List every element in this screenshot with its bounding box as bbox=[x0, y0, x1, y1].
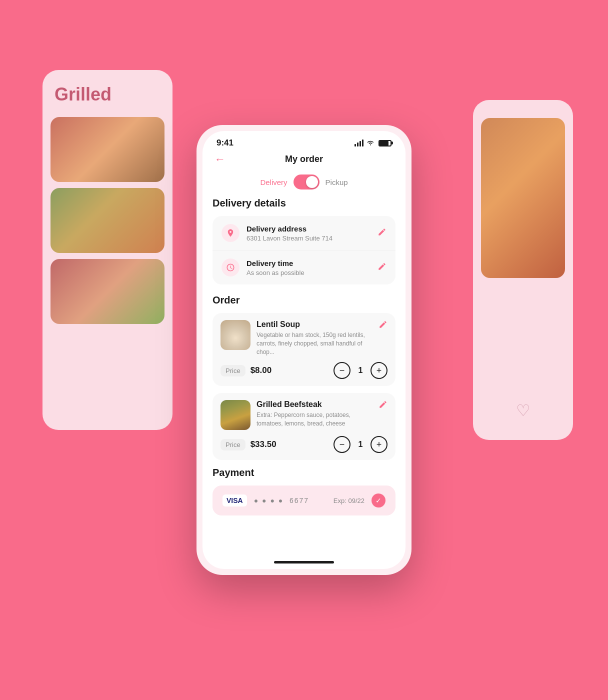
order-item-lentil-soup: Lentil Soup Vegetable or ham stock, 150g… bbox=[212, 313, 396, 386]
soup-image bbox=[220, 320, 250, 350]
page-title: My order bbox=[285, 154, 323, 164]
toggle-thumb bbox=[306, 176, 318, 188]
clock-icon bbox=[226, 263, 235, 272]
steak-name: Grilled Beefsteak bbox=[256, 400, 372, 409]
payment-section-title: Payment bbox=[212, 467, 396, 478]
card-selected-icon: ✓ bbox=[372, 494, 386, 508]
steak-decrease-button[interactable]: − bbox=[334, 436, 350, 453]
delivery-pickup-toggle-row: Delivery Pickup bbox=[202, 170, 406, 198]
status-bar: 9:41 bbox=[202, 131, 406, 152]
order-item-grilled-beefsteak: Grilled Beefsteak Extra: Peppercorn sauc… bbox=[212, 393, 396, 460]
status-time: 9:41 bbox=[216, 138, 234, 148]
signal-icon bbox=[354, 140, 364, 146]
header: ← My order bbox=[202, 152, 406, 170]
status-icons bbox=[354, 139, 392, 148]
delivery-address-row: Delivery address 6301 Lavon Stream Suite… bbox=[212, 216, 396, 250]
home-indicator bbox=[202, 555, 406, 569]
battery-icon bbox=[378, 140, 392, 146]
location-icon bbox=[226, 228, 235, 238]
soup-name: Lentil Soup bbox=[256, 320, 372, 329]
steak-increase-button[interactable]: + bbox=[370, 436, 388, 453]
edit-time-button[interactable] bbox=[378, 262, 386, 274]
edit-steak-button[interactable] bbox=[378, 400, 388, 412]
soup-price: $8.00 bbox=[250, 366, 272, 376]
bg-food-image-3 bbox=[50, 259, 164, 324]
steak-price: $33.50 bbox=[250, 440, 276, 450]
soup-price-label: Price bbox=[220, 365, 246, 376]
background-card-left: Grilled bbox=[42, 70, 172, 430]
pickup-label: Pickup bbox=[326, 178, 348, 186]
clock-icon-wrapper bbox=[222, 258, 240, 276]
delivery-time-row: Delivery time As soon as possible bbox=[212, 250, 396, 284]
delivery-label: Delivery bbox=[260, 178, 287, 186]
delivery-address-value: 6301 Lavon Stream Suite 714 bbox=[246, 234, 370, 242]
heart-icon: ♡ bbox=[516, 401, 530, 420]
visa-logo: VISA bbox=[222, 494, 247, 506]
edit-soup-button[interactable] bbox=[378, 320, 388, 332]
steak-description: Extra: Peppercorn sauce, potatoes, tomat… bbox=[256, 411, 372, 428]
steak-quantity: 1 bbox=[356, 440, 364, 449]
bg-food-list bbox=[42, 113, 172, 328]
bg-food-image-1 bbox=[50, 117, 164, 182]
delivery-address-text: Delivery address 6301 Lavon Stream Suite… bbox=[246, 224, 370, 242]
soup-quantity-control: − 1 + bbox=[334, 362, 388, 379]
location-icon-wrapper bbox=[222, 224, 240, 242]
soup-quantity: 1 bbox=[356, 366, 364, 375]
bg-food-image-2 bbox=[50, 188, 164, 253]
soup-description: Vegetable or ham stock, 150g red lentils… bbox=[256, 331, 372, 356]
delivery-time-label: Delivery time bbox=[246, 259, 370, 268]
delivery-section-title: Delivery details bbox=[212, 198, 396, 209]
phone-frame: 9:41 bbox=[196, 125, 412, 575]
bg-card-title: Grilled bbox=[42, 70, 172, 113]
soup-increase-button[interactable]: + bbox=[370, 362, 388, 379]
steak-price-label: Price bbox=[220, 439, 246, 450]
delivery-details-card: Delivery address 6301 Lavon Stream Suite… bbox=[212, 216, 396, 284]
bg-right-food-image bbox=[481, 118, 565, 278]
steak-image bbox=[220, 400, 250, 430]
back-button[interactable]: ← bbox=[214, 154, 226, 165]
edit-address-button[interactable] bbox=[378, 228, 386, 239]
steak-quantity-control: − 1 + bbox=[334, 436, 388, 453]
background-card-right: ♡ bbox=[473, 100, 573, 440]
delivery-address-label: Delivery address bbox=[246, 224, 370, 233]
card-number: ● ● ● ● 6677 bbox=[254, 496, 326, 504]
scroll-content: Delivery details Delivery address 6301 L… bbox=[202, 198, 406, 555]
delivery-pickup-toggle[interactable] bbox=[294, 174, 320, 190]
phone-screen: 9:41 bbox=[202, 131, 406, 569]
card-expiry: Exp: 09/22 bbox=[334, 497, 364, 504]
delivery-time-value: As soon as possible bbox=[246, 269, 370, 276]
order-section-title: Order bbox=[212, 294, 396, 306]
soup-decrease-button[interactable]: − bbox=[334, 362, 350, 379]
wifi-icon bbox=[366, 139, 374, 148]
delivery-time-text: Delivery time As soon as possible bbox=[246, 259, 370, 276]
payment-card[interactable]: VISA ● ● ● ● 6677 Exp: 09/22 ✓ bbox=[212, 486, 396, 516]
